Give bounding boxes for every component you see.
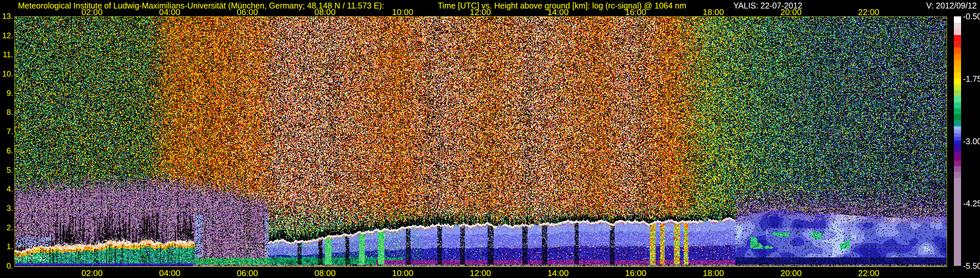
colorbar-segment (954, 90, 961, 96)
y-tick-label: 9. (0, 89, 13, 97)
x-tick-label: 16:00 (621, 8, 651, 16)
colorbar-segment (954, 152, 961, 157)
version-label: V: 2012/09/12 (926, 1, 977, 10)
colorbar-segment (954, 114, 961, 120)
colorbar-segment (954, 161, 961, 166)
x-tick-label: 06:00 (232, 269, 262, 277)
colorbar-tick-label: -3.00 (963, 137, 980, 145)
x-tick-label: 22:00 (854, 269, 883, 277)
colorbar-segment (954, 41, 961, 48)
colorbar-segment (954, 79, 961, 85)
x-tick-label: 12:00 (466, 269, 495, 277)
y-tick-label: 10. (0, 70, 13, 78)
x-tick-label: 20:00 (776, 8, 806, 16)
y-tick-label: 1. (0, 243, 13, 251)
colorbar-segment (954, 137, 961, 140)
x-tick-label: 02:00 (78, 269, 107, 277)
x-tick-label: 16:00 (621, 269, 651, 277)
x-tick-label: 22:00 (854, 8, 883, 16)
colorbar-tick-label: -4.25 (963, 200, 980, 208)
colorbar-segment (954, 178, 961, 266)
colorbar-segment (954, 48, 961, 54)
x-tick-label: 02:00 (78, 8, 107, 16)
colorbar-segment (954, 144, 961, 147)
x-tick-label: 20:00 (776, 269, 806, 277)
colorbar-segment (954, 54, 961, 60)
colorbar-segment (954, 85, 961, 90)
colorbar-segment (954, 29, 961, 35)
colorbar-segment (954, 126, 961, 130)
x-tick-label: 06:00 (232, 8, 262, 16)
colorbar-segment (954, 147, 961, 152)
colorbar-segment (954, 35, 961, 41)
x-tick-label: 14:00 (543, 8, 573, 16)
y-tick-label: 13. (0, 13, 13, 20)
lidar-heatmap-canvas (14, 16, 947, 267)
x-tick-label: 10:00 (388, 8, 417, 16)
colorbar-segment (954, 60, 961, 66)
y-tick-label: 2. (0, 224, 13, 232)
colorbar-tick-label: -5.50 (963, 262, 980, 270)
colorbar-segment (954, 140, 961, 144)
y-tick-label: 8. (0, 108, 13, 116)
y-tick-label: 5. (0, 166, 13, 174)
colorbar-segment (954, 108, 961, 114)
x-tick-label: 18:00 (699, 8, 728, 16)
x-tick-label: 08:00 (310, 8, 340, 16)
colorbar-tick-label: -0.50 (963, 13, 980, 21)
colorbar-segment (954, 129, 961, 133)
colorbar-segment (954, 133, 961, 137)
colorbar-segment (954, 102, 961, 108)
y-tick-label: 7. (0, 128, 13, 136)
y-tick-label: 0. (0, 262, 13, 270)
colorbar-segment (954, 16, 961, 22)
colorbar-segment (954, 156, 961, 161)
colorbar-segment (954, 66, 961, 73)
x-tick-label: 04:00 (155, 269, 185, 277)
colorbar-segment (954, 166, 961, 172)
x-tick-label: 04:00 (155, 8, 185, 16)
colorbar-segment (954, 172, 961, 178)
colorbar-segment (954, 120, 961, 126)
colorbar (954, 16, 961, 266)
x-tick-label: 10:00 (388, 269, 417, 277)
x-tick-label: 08:00 (310, 269, 340, 277)
y-tick-label: 6. (0, 147, 13, 155)
colorbar-segment (954, 73, 961, 79)
colorbar-segment (954, 22, 961, 29)
x-tick-label: 12:00 (466, 8, 495, 16)
lidar-quicklook-page: Meteorological Institute of Ludwig-Maxim… (0, 0, 980, 278)
y-tick-label: 4. (0, 185, 13, 193)
colorbar-segment (954, 96, 961, 102)
y-tick-label: 3. (0, 205, 13, 212)
y-tick-label: 11. (0, 51, 13, 59)
x-tick-label: 14:00 (543, 269, 573, 277)
y-tick-label: 12. (0, 32, 13, 40)
colorbar-tick-label: -1.75 (963, 75, 980, 83)
x-tick-label: 18:00 (699, 269, 728, 277)
